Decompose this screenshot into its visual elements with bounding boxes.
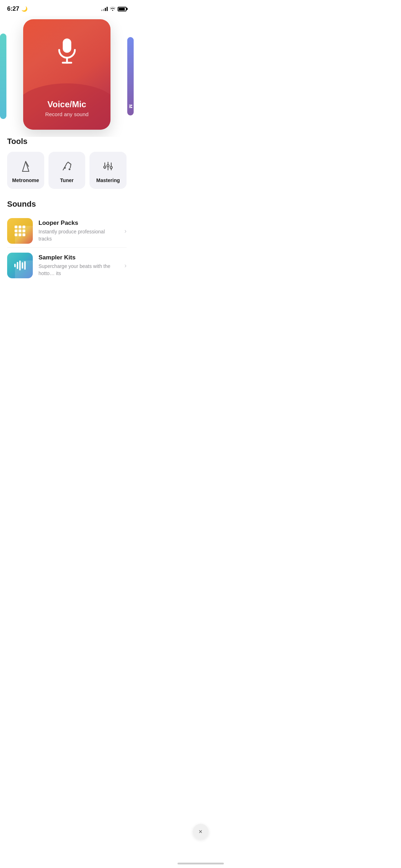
card-title: Voice/Mic <box>45 99 89 109</box>
wifi-icon <box>110 6 115 12</box>
status-icons <box>101 6 127 12</box>
moon-icon: 🌙 <box>21 6 27 12</box>
sampler-chevron: › <box>124 262 127 269</box>
sampler-desc: Supercharge your beats with the hotto… i… <box>38 263 119 277</box>
time-display: 6:27 <box>7 5 19 12</box>
status-time: 6:27 🌙 <box>7 5 27 12</box>
sampler-title: Sampler Kits <box>38 254 119 261</box>
looper-thumbnail <box>7 218 33 244</box>
svg-point-5 <box>64 167 66 169</box>
mic-icon <box>54 37 80 67</box>
sound-item-sampler[interactable]: Sampler Kits Supercharge your beats with… <box>7 249 127 282</box>
sounds-section-title: Sounds <box>7 200 127 209</box>
carousel-peek-left[interactable] <box>0 33 6 119</box>
card-text: Voice/Mic Record any sound <box>45 99 89 117</box>
looper-title: Looper Packs <box>38 219 119 227</box>
looper-chevron: › <box>124 227 127 235</box>
svg-point-9 <box>104 166 106 168</box>
tool-mastering[interactable]: Mastering <box>89 152 127 189</box>
sounds-section: Sounds Looper Packs Instantly produce pr… <box>0 200 134 282</box>
sound-item-looper[interactable]: Looper Packs Instantly produce professio… <box>7 215 127 248</box>
sounds-list: Looper Packs Instantly produce professio… <box>7 215 127 282</box>
svg-point-12 <box>107 165 109 167</box>
voice-mic-card[interactable]: Voice/Mic Record any sound <box>23 19 110 130</box>
card-subtitle: Record any sound <box>45 111 89 117</box>
metronome-label: Metronome <box>12 177 39 183</box>
tool-tuner[interactable]: Tuner <box>48 152 86 189</box>
looper-info: Looper Packs Instantly produce professio… <box>38 219 119 242</box>
mastering-icon <box>101 159 115 173</box>
peek-right-label: M <box>128 104 133 108</box>
sampler-thumbnail <box>7 253 33 278</box>
carousel[interactable]: Voice/Mic Record any sound M <box>0 16 134 137</box>
mastering-label: Mastering <box>96 177 120 183</box>
sampler-info: Sampler Kits Supercharge your beats with… <box>38 254 119 277</box>
looper-desc: Instantly produce professional tracks <box>38 228 119 242</box>
tools-section: Tools Metronome <box>0 137 134 189</box>
battery-icon <box>118 7 127 11</box>
signal-icon <box>101 7 108 11</box>
carousel-peek-right[interactable]: M <box>127 37 134 115</box>
tuner-icon <box>60 159 74 173</box>
tools-section-title: Tools <box>7 137 127 146</box>
tool-metronome[interactable]: Metronome <box>7 152 44 189</box>
tuner-label: Tuner <box>60 177 74 183</box>
svg-point-6 <box>68 169 70 170</box>
svg-rect-0 <box>63 38 71 53</box>
tools-grid: Metronome Tuner <box>7 152 127 189</box>
svg-point-15 <box>110 166 112 169</box>
status-bar: 6:27 🌙 <box>0 0 134 16</box>
metronome-icon <box>19 159 33 173</box>
